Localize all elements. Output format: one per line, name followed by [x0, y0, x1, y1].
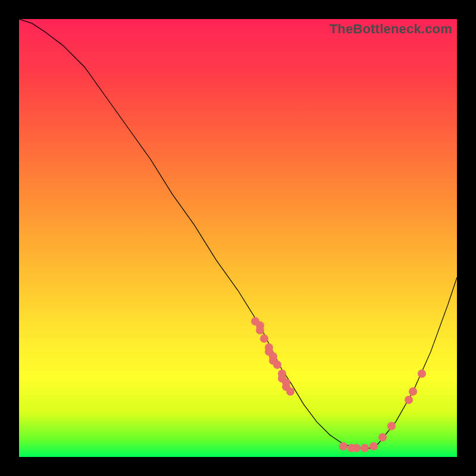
data-points-layer	[19, 19, 457, 457]
gpu-point	[378, 433, 387, 441]
gpu-point	[286, 387, 295, 396]
gpu-point	[273, 361, 281, 369]
gpu-point	[352, 444, 361, 452]
gpu-point	[361, 444, 369, 452]
gpu-point	[339, 442, 347, 450]
plot-area: TheBottleneck.com	[19, 19, 457, 457]
gpu-point	[369, 442, 378, 450]
gpu-point	[387, 422, 396, 430]
gpu-point	[256, 326, 264, 334]
gpu-point	[260, 334, 268, 343]
gpu-point	[405, 396, 413, 404]
gpu-point	[418, 369, 426, 378]
chart-container: TheBottleneck.com	[0, 0, 476, 476]
gpu-point	[409, 387, 417, 396]
